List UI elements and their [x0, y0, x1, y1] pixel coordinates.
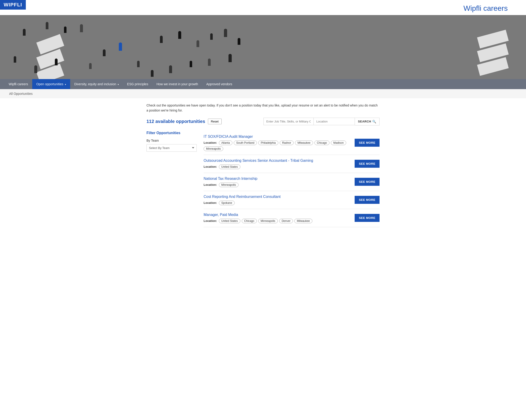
see-more-button[interactable]: SEE MORE	[355, 160, 380, 168]
nav-item-growth[interactable]: How we invest in your growth	[152, 79, 202, 89]
job-info: Outsourced Accounting Services Senior Ac…	[203, 159, 350, 169]
job-info: Cost Reporting And Reimbursement Consult…	[203, 195, 350, 205]
location-input[interactable]	[314, 118, 355, 125]
job-info: Manager, Paid MediaLocation:United State…	[203, 213, 350, 223]
job-title[interactable]: Outsourced Accounting Services Senior Ac…	[203, 159, 350, 163]
job-item: Outsourced Accounting Services Senior Ac…	[203, 155, 380, 173]
location-tag[interactable]: Chicago	[242, 219, 257, 223]
location-tag[interactable]: Denver	[279, 219, 293, 223]
location-tag[interactable]: Minneapolis	[219, 183, 239, 187]
location-tag[interactable]: Atlanta	[219, 141, 232, 145]
job-location: Location:AtlantaSouth PortlandPhiladelph…	[203, 141, 350, 151]
location-tag[interactable]: United States	[219, 219, 240, 223]
by-team-label: By Team	[146, 139, 197, 142]
header: WIPFLI Wipfli careers	[0, 0, 526, 15]
hero-image	[0, 15, 526, 79]
job-item: National Tax Research InternshipLocation…	[203, 173, 380, 191]
search-icon: 🔍	[372, 120, 376, 123]
job-info: National Tax Research InternshipLocation…	[203, 177, 350, 187]
logo[interactable]: WIPFLI	[0, 0, 26, 10]
sidebar: Filter Opportunities By Team Select By T…	[146, 131, 197, 227]
dropdown-arrow-2: ▾	[117, 83, 119, 86]
see-more-button[interactable]: SEE MORE	[355, 196, 380, 204]
location-tag[interactable]: Milwaukee	[295, 141, 313, 145]
see-more-button[interactable]: SEE MORE	[355, 178, 380, 186]
location-tag[interactable]: Radnor	[280, 141, 294, 145]
location-label: Location:	[203, 183, 217, 186]
location-tag[interactable]: Philadelphia	[258, 141, 278, 145]
dropdown-arrow: ▾	[64, 83, 66, 86]
filter-title: Filter Opportunities	[146, 131, 197, 135]
search-button[interactable]: SEARCH 🔍	[355, 118, 380, 125]
job-title[interactable]: IT SOX/FDICIA Audit Manager	[203, 135, 350, 139]
location-tag[interactable]: Spokane	[219, 201, 235, 205]
job-search-input[interactable]	[263, 118, 314, 125]
location-tag[interactable]: Minneapolis	[203, 146, 223, 151]
see-more-button[interactable]: SEE MORE	[355, 214, 380, 222]
location-tag[interactable]: United States	[219, 164, 240, 169]
job-location: Location:Minneapolis	[203, 183, 350, 187]
main-content: Check out the opportunities we have open…	[137, 98, 389, 236]
job-item: IT SOX/FDICIA Audit ManagerLocation:Atla…	[203, 131, 380, 155]
nav-item-wipfli-careers[interactable]: Wipfli careers	[5, 79, 32, 89]
nav-item-esg[interactable]: ESG principles	[123, 79, 152, 89]
location-tag[interactable]: Minneapolis	[258, 219, 278, 223]
search-inputs: SEARCH 🔍	[263, 118, 380, 125]
location-tag[interactable]: Madison	[331, 141, 346, 145]
location-tag[interactable]: South Portland	[234, 141, 257, 145]
reset-button[interactable]: Reset	[208, 119, 222, 124]
content-layout: Filter Opportunities By Team Select By T…	[146, 131, 380, 227]
search-row: 112 available opportunities Reset SEARCH…	[146, 118, 380, 125]
job-info: IT SOX/FDICIA Audit ManagerLocation:Atla…	[203, 135, 350, 151]
see-more-button[interactable]: SEE MORE	[355, 139, 380, 147]
intro-text: Check out the opportunities we have open…	[146, 103, 380, 113]
job-location: Location:United StatesChicagoMinneapolis…	[203, 219, 350, 223]
nav-item-open-opportunities[interactable]: Open opportunities ▾	[32, 79, 70, 89]
page-title: Wipfli careers	[463, 0, 517, 15]
job-title[interactable]: Cost Reporting And Reimbursement Consult…	[203, 195, 350, 199]
job-list: IT SOX/FDICIA Audit ManagerLocation:Atla…	[203, 131, 380, 227]
nav-item-vendors[interactable]: Approved vendors	[202, 79, 236, 89]
job-title[interactable]: Manager, Paid Media	[203, 213, 350, 217]
breadcrumb-bar: All Opportunities	[0, 89, 526, 98]
by-team-select[interactable]: Select By Team	[146, 144, 197, 152]
location-label: Location:	[203, 219, 217, 223]
location-tag[interactable]: Milwaukee	[294, 219, 312, 223]
job-item: Cost Reporting And Reimbursement Consult…	[203, 191, 380, 209]
location-label: Location:	[203, 165, 217, 168]
job-title[interactable]: National Tax Research Internship	[203, 177, 350, 181]
job-item: Manager, Paid MediaLocation:United State…	[203, 209, 380, 227]
nav-item-diversity[interactable]: Diversity, equity and inclusion ▾	[70, 79, 123, 89]
breadcrumb: All Opportunities	[9, 92, 33, 95]
location-label: Location:	[203, 141, 217, 144]
opportunities-count: 112 available opportunities	[146, 119, 205, 124]
job-location: Location:Spokane	[203, 201, 350, 205]
location-label: Location:	[203, 201, 217, 205]
location-tag[interactable]: Chicago	[314, 141, 330, 145]
main-nav: Wipfli careers Open opportunities ▾ Dive…	[0, 79, 526, 89]
job-location: Location:United States	[203, 164, 350, 169]
